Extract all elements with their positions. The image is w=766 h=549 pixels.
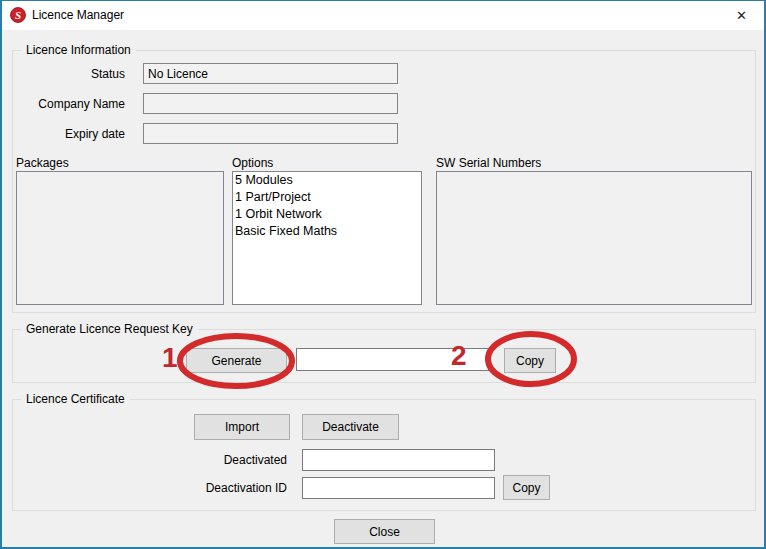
deactivation-id-label: Deactivation ID bbox=[182, 481, 287, 495]
generate-button[interactable]: Generate bbox=[186, 348, 287, 373]
copy-request-key-label: Copy bbox=[516, 354, 544, 368]
packages-label: Packages bbox=[16, 156, 69, 170]
company-name-label: Company Name bbox=[22, 97, 125, 111]
annotation-number-1: 1 bbox=[162, 344, 178, 372]
deactivated-field[interactable] bbox=[302, 449, 495, 471]
copy-deactivation-id-button[interactable]: Copy bbox=[503, 475, 550, 500]
status-field[interactable] bbox=[143, 63, 398, 84]
licence-information-legend: Licence Information bbox=[21, 43, 136, 57]
sw-serial-numbers-listbox[interactable] bbox=[436, 171, 752, 305]
licence-certificate-legend: Licence Certificate bbox=[21, 392, 130, 406]
title-bar: S Licence Manager ✕ bbox=[2, 1, 764, 30]
deactivate-button-label: Deactivate bbox=[322, 420, 379, 434]
import-button-label: Import bbox=[225, 420, 259, 434]
deactivate-button[interactable]: Deactivate bbox=[302, 414, 399, 440]
list-item[interactable]: 1 Orbit Network bbox=[233, 206, 421, 223]
annotation-number-2: 2 bbox=[451, 342, 467, 370]
import-button[interactable]: Import bbox=[194, 414, 290, 440]
expiry-date-field[interactable] bbox=[143, 123, 398, 144]
options-listbox[interactable]: 5 Modules 1 Part/Project 1 Orbit Network… bbox=[232, 171, 422, 305]
list-item[interactable]: Basic Fixed Maths bbox=[233, 223, 421, 240]
close-window-button[interactable]: ✕ bbox=[719, 1, 764, 29]
deactivation-id-field[interactable] bbox=[302, 477, 495, 499]
list-item[interactable]: 1 Part/Project bbox=[233, 189, 421, 206]
status-label: Status bbox=[22, 67, 125, 81]
deactivated-label: Deactivated bbox=[182, 453, 287, 467]
copy-request-key-button[interactable]: Copy bbox=[504, 348, 556, 373]
generate-button-label: Generate bbox=[211, 354, 261, 368]
packages-listbox[interactable] bbox=[16, 171, 224, 305]
expiry-date-label: Expiry date bbox=[22, 127, 125, 141]
svg-text:S: S bbox=[15, 9, 21, 21]
close-button[interactable]: Close bbox=[334, 519, 435, 544]
options-label: Options bbox=[232, 156, 273, 170]
copy-deactivation-id-label: Copy bbox=[512, 481, 540, 495]
app-logo-icon: S bbox=[10, 7, 26, 23]
close-icon: ✕ bbox=[736, 8, 747, 23]
close-button-label: Close bbox=[369, 525, 400, 539]
company-name-field[interactable] bbox=[143, 93, 398, 114]
window-title: Licence Manager bbox=[32, 8, 124, 22]
generate-request-key-legend: Generate Licence Request Key bbox=[21, 322, 198, 336]
list-item[interactable]: 5 Modules bbox=[233, 172, 421, 189]
sw-serial-numbers-label: SW Serial Numbers bbox=[436, 156, 541, 170]
licence-manager-dialog: S Licence Manager ✕ Licence Information … bbox=[0, 0, 766, 549]
